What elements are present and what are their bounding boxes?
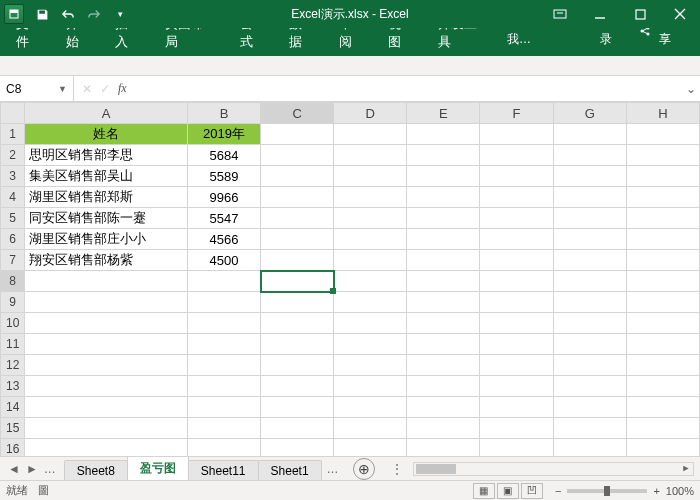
cell-D10[interactable] [334, 313, 407, 334]
redo-icon[interactable] [84, 4, 104, 24]
sheet-tab-Sheet11[interactable]: Sheet11 [188, 460, 259, 480]
cell-A3[interactable]: 集美区销售部吴山 [25, 166, 188, 187]
row-header-1[interactable]: 1 [1, 124, 25, 145]
cell-F3[interactable] [480, 166, 553, 187]
column-header-C[interactable]: C [261, 103, 334, 124]
cell-C1[interactable] [261, 124, 334, 145]
cell-E9[interactable] [407, 292, 480, 313]
cell-D3[interactable] [334, 166, 407, 187]
cell-B2[interactable]: 5684 [187, 145, 260, 166]
cell-E6[interactable] [407, 229, 480, 250]
cell-H2[interactable] [626, 145, 699, 166]
zoom-in-button[interactable]: + [653, 485, 659, 497]
cell-G4[interactable] [553, 187, 626, 208]
cell-G3[interactable] [553, 166, 626, 187]
view-normal-icon[interactable]: ▦ [473, 483, 495, 499]
column-header-G[interactable]: G [553, 103, 626, 124]
view-page-layout-icon[interactable]: ▣ [497, 483, 519, 499]
cell-F1[interactable] [480, 124, 553, 145]
cell-D9[interactable] [334, 292, 407, 313]
cell-F11[interactable] [480, 334, 553, 355]
maximize-icon[interactable] [620, 0, 660, 28]
add-sheet-button[interactable]: ⊕ [353, 458, 375, 480]
cell-E11[interactable] [407, 334, 480, 355]
cell-B14[interactable] [187, 397, 260, 418]
cell-H14[interactable] [626, 397, 699, 418]
app-menu-button[interactable] [4, 4, 24, 24]
zoom-out-button[interactable]: − [555, 485, 561, 497]
expand-formula-bar-icon[interactable]: ⌄ [682, 82, 700, 96]
cell-E10[interactable] [407, 313, 480, 334]
cell-D14[interactable] [334, 397, 407, 418]
row-header-16[interactable]: 16 [1, 439, 25, 457]
cell-A6[interactable]: 湖里区销售部庄小小 [25, 229, 188, 250]
cell-B1[interactable]: 2019年 [187, 124, 260, 145]
cell-A16[interactable] [25, 439, 188, 457]
row-header-3[interactable]: 3 [1, 166, 25, 187]
cell-E8[interactable] [407, 271, 480, 292]
cell-G12[interactable] [553, 355, 626, 376]
cell-A2[interactable]: 思明区销售部李思 [25, 145, 188, 166]
cancel-formula-icon[interactable]: ✕ [82, 82, 92, 96]
cell-H12[interactable] [626, 355, 699, 376]
cell-G1[interactable] [553, 124, 626, 145]
cell-H16[interactable] [626, 439, 699, 457]
cell-G7[interactable] [553, 250, 626, 271]
cell-C12[interactable] [261, 355, 334, 376]
cell-E5[interactable] [407, 208, 480, 229]
cell-C16[interactable] [261, 439, 334, 457]
scrollbar-thumb[interactable] [416, 464, 456, 474]
cell-E12[interactable] [407, 355, 480, 376]
cell-A5[interactable]: 同安区销售部陈一蹇 [25, 208, 188, 229]
row-header-7[interactable]: 7 [1, 250, 25, 271]
sheet-tab-Sheet1[interactable]: Sheet1 [258, 460, 322, 480]
cell-G6[interactable] [553, 229, 626, 250]
cell-D5[interactable] [334, 208, 407, 229]
tab-scroll-left-icon[interactable]: ◄ [6, 462, 22, 476]
cell-H15[interactable] [626, 418, 699, 439]
row-header-4[interactable]: 4 [1, 187, 25, 208]
undo-icon[interactable] [58, 4, 78, 24]
minimize-icon[interactable] [580, 0, 620, 28]
scroll-right-icon[interactable]: ► [679, 463, 693, 475]
cell-A7[interactable]: 翔安区销售部杨紫 [25, 250, 188, 271]
cell-F9[interactable] [480, 292, 553, 313]
cell-A13[interactable] [25, 376, 188, 397]
chevron-down-icon[interactable]: ▼ [58, 84, 67, 94]
cell-F13[interactable] [480, 376, 553, 397]
horizontal-scrollbar[interactable]: ◄ ► [413, 462, 694, 476]
cell-F15[interactable] [480, 418, 553, 439]
cell-F10[interactable] [480, 313, 553, 334]
cell-C14[interactable] [261, 397, 334, 418]
cell-H9[interactable] [626, 292, 699, 313]
row-header-2[interactable]: 2 [1, 145, 25, 166]
macro-record-icon[interactable]: 圖 [38, 483, 49, 498]
sheet-tab-Sheet8[interactable]: Sheet8 [64, 460, 128, 480]
cell-G11[interactable] [553, 334, 626, 355]
sheet-more-icon[interactable]: … [321, 462, 345, 476]
cell-F6[interactable] [480, 229, 553, 250]
tab-split-handle[interactable]: ⋮ [391, 462, 407, 476]
cell-B15[interactable] [187, 418, 260, 439]
row-header-9[interactable]: 9 [1, 292, 25, 313]
cell-B4[interactable]: 9966 [187, 187, 260, 208]
row-header-5[interactable]: 5 [1, 208, 25, 229]
cell-D11[interactable] [334, 334, 407, 355]
cell-H10[interactable] [626, 313, 699, 334]
cell-D12[interactable] [334, 355, 407, 376]
cell-A11[interactable] [25, 334, 188, 355]
cell-C5[interactable] [261, 208, 334, 229]
cell-B16[interactable] [187, 439, 260, 457]
cell-H5[interactable] [626, 208, 699, 229]
zoom-slider-thumb[interactable] [604, 486, 610, 496]
cell-E3[interactable] [407, 166, 480, 187]
cell-E16[interactable] [407, 439, 480, 457]
cell-H11[interactable] [626, 334, 699, 355]
tab-scroll-right-icon[interactable]: ► [24, 462, 40, 476]
zoom-level[interactable]: 100% [666, 485, 694, 497]
cell-E13[interactable] [407, 376, 480, 397]
worksheet-grid[interactable]: ABCDEFGH1姓名2019年2思明区销售部李思56843集美区销售部吴山55… [0, 102, 700, 456]
cell-C7[interactable] [261, 250, 334, 271]
cell-E14[interactable] [407, 397, 480, 418]
cell-G9[interactable] [553, 292, 626, 313]
